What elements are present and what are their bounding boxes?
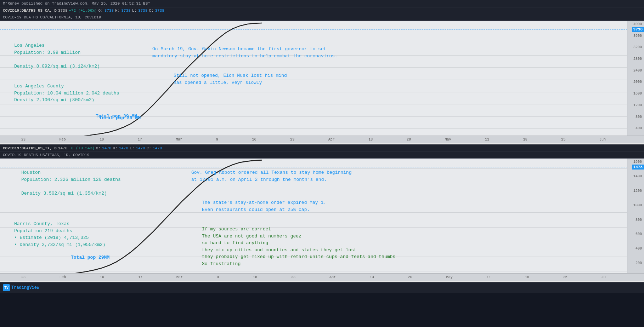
tx-ohlc-label-c: C: [147,146,151,150]
tx-chart-label: COVID-19 DEATHS US/TEXAS, 1D, COVID19 [0,152,644,159]
tx-price: 1478 [58,146,67,150]
ca-change: +72 (+1.96%) [69,8,97,13]
top-bar: MrRenev published on TradingView.com, Ma… [0,0,644,7]
ca-h-val: 3738 [121,8,130,13]
ca-x-labels: 23 Feb 10 17 Mar 9 16 23 Apr 13 20 May 1… [21,138,606,142]
tx-chart-curve [0,159,644,281]
ca-chart-curve [0,21,644,143]
ca-ohlc-label-h: H: [115,8,120,13]
ca-chart-label: COVID-19 DEATHS US/CALIFORNIA, 1D, COVID… [0,14,644,21]
tx-c-val: 1478 [153,146,162,150]
tx-x-labels: 23 Feb 10 17 Mar 9 16 23 Apr 13 20 May 1… [21,275,606,279]
tx-ohlc-label-l: L: [130,146,134,150]
ca-ticker-name: COVID19:DEATHS_US_CA, D [3,8,57,13]
tx-ticker-name: COVID19:DEATHS_US_TX, D [3,146,57,150]
ca-ohlc-label-l: L: [132,8,137,13]
tradingview-logo: TV TradingView [3,284,39,291]
ca-chart-inner[interactable]: Los Angeles Population: 3.99 million Den… [0,21,644,143]
ca-chart-section: COVID-19 DEATHS US/CALIFORNIA, 1D, COVID… [0,14,644,145]
tradingview-label: TradingView [11,285,39,290]
tx-x-axis: 23 Feb 10 17 Mar 9 16 23 Apr 13 20 May 1… [0,273,644,281]
ca-ohlc-label-o: O: [98,8,103,13]
tx-ohlc-label-h: H: [113,146,117,150]
tx-ohlc-label-o: O: [96,146,101,150]
tx-l-val: 1478 [136,146,145,150]
ca-o-val: 3738 [104,8,114,13]
author-label: MrRenev published on TradingView.com, Ma… [3,1,150,6]
tx-h-val: 1478 [119,146,128,150]
ca-x-axis: 23 Feb 10 17 Mar 9 16 23 Apr 13 20 May 1… [0,136,644,143]
ca-ohlc-label-c: C: [149,8,153,13]
ca-c-val: 3738 [155,8,164,13]
ca-ticker-bar: COVID19:DEATHS_US_CA, D 3738 +72 (+1.96%… [0,7,644,14]
tx-ticker-bar: COVID19:DEATHS_US_TX, D 1478 +8 (+0.54%)… [0,145,644,152]
tx-change: +8 (+0.54%) [69,146,95,150]
ca-l-val: 3738 [138,8,147,13]
tx-chart-inner[interactable]: Houston Population: 2.326 million 126 de… [0,159,644,281]
tx-o-val: 1478 [102,146,111,150]
bottom-bar: TV TradingView [0,283,644,293]
tx-chart-section: COVID-19 DEATHS US/TEXAS, 1D, COVID19 Ho… [0,152,644,283]
ca-price: 3738 [58,8,67,13]
tv-icon: TV [3,284,10,291]
